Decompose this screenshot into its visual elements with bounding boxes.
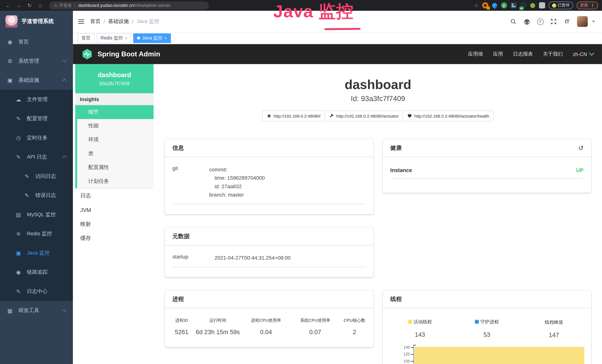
sidebar-item-label: 定时任务 (27, 134, 48, 141)
layers-icon: ≋ (15, 231, 22, 237)
info-key: git (172, 165, 209, 199)
sba-menu-jvm[interactable]: JVM (75, 203, 153, 217)
font-size-icon[interactable]: tT (564, 18, 570, 25)
sba-nav-journal[interactable]: 日志报表 (513, 51, 533, 57)
app-title: 芋道管理系统 (22, 18, 54, 25)
search-icon[interactable] (510, 18, 517, 25)
sba-brand[interactable]: Spring Boot Admin (81, 48, 160, 60)
sidebar-item-label: 访问日志 (35, 173, 56, 180)
sidebar-item-log-center[interactable]: ✎ 日志中心 (0, 282, 73, 301)
main-column: 首页 / 基础设施 / Java 监控 ? (73, 11, 602, 364)
app-logo-row[interactable]: 芋道管理系统 (0, 11, 73, 32)
infrastructure-icon: ▣ (7, 77, 13, 83)
extension-green-icon[interactable]: y (501, 2, 507, 8)
sidebar-item-label: Java 监控 (27, 250, 50, 257)
sba-menu-caches[interactable]: 缓存 (75, 231, 153, 246)
sidebar-item-tracing[interactable]: ◉ 链路追踪 (0, 263, 73, 282)
chevron-down-icon (62, 58, 66, 62)
breadcrumb: 首页 / 基础设施 / Java 监控 (90, 18, 159, 25)
sidebar-item-infrastructure[interactable]: ▣ 基础设施 (0, 71, 73, 90)
live-threads-area (414, 347, 584, 364)
sidebar-item-home[interactable]: ◉ 首页 (0, 32, 73, 52)
extension-pin-icon[interactable] (491, 2, 498, 9)
sidebar-item-api-log[interactable]: ✎ API 日志 (0, 147, 73, 167)
breadcrumb-infrastructure[interactable]: 基础设施 (108, 18, 129, 25)
wrench-icon (329, 114, 334, 118)
extension-orange-icon[interactable]: 1 (482, 2, 488, 8)
monitor-icon: ▣ (15, 250, 22, 256)
github-icon[interactable] (523, 18, 530, 25)
sba-menu-config-props[interactable]: 配置属性 (75, 161, 153, 174)
tag-home[interactable]: 首页 (77, 33, 94, 43)
extension-leaf-icon[interactable] (530, 3, 535, 8)
sidebar-item-label: Redis 监控 (27, 230, 52, 237)
sba-language-select[interactable]: zh-CN (573, 51, 593, 57)
sidebar-item-label: 链路追踪 (27, 269, 48, 276)
home-icon (267, 114, 271, 118)
sba-title: Spring Boot Admin (97, 50, 160, 58)
browser-menu-icon[interactable]: ⋮ (591, 3, 595, 8)
hamburger-icon[interactable] (78, 19, 84, 24)
spring-boot-admin: Spring Boot Admin 应用墙 应用 日志报表 关于我们 zh-CN (73, 44, 602, 364)
sba-menu-environment[interactable]: 环境 (75, 133, 153, 147)
address-bar[interactable]: ⚠ 不安全 dashboard.yudao.iocoder.cn/infra/a… (49, 1, 209, 9)
fullscreen-icon[interactable] (550, 18, 557, 25)
close-icon[interactable]: × (125, 36, 127, 40)
sidebar-item-error-log[interactable]: ✎ 错误日志 (0, 186, 73, 205)
browser-home-icon[interactable]: ⌂ (36, 2, 45, 8)
browser-forward-icon[interactable]: → (15, 2, 23, 8)
sidebar-item-redis-monitor[interactable]: ≋ Redis 监控 (0, 224, 73, 244)
metadata-key: startup (172, 254, 215, 262)
sba-menu-classes[interactable]: 类 (75, 147, 153, 161)
annotation-underline (324, 28, 361, 30)
tag-redis-monitor[interactable]: Redis 监控× (97, 33, 131, 43)
paused-chip[interactable]: 已暂停 (548, 1, 573, 9)
avatar-caret-icon[interactable] (592, 21, 595, 22)
close-icon[interactable]: × (164, 36, 167, 40)
update-button[interactable]: 更新⋮ (577, 1, 598, 9)
extensions-puzzle-icon[interactable] (539, 2, 545, 8)
sba-menu-mappings[interactable]: 映射 (75, 217, 153, 231)
sidebar-item-file-manage[interactable]: ☁ 文件管理 (0, 90, 73, 109)
y-tick-100: 100 (403, 359, 410, 363)
sba-nav-about[interactable]: 关于我们 (543, 51, 563, 57)
sba-nav-wallboard[interactable]: 应用墙 (468, 51, 483, 57)
avatar[interactable] (577, 16, 588, 27)
extension-onetab-icon[interactable] (520, 2, 526, 8)
extension-grid-icon[interactable] (510, 2, 516, 8)
sba-menu-insights[interactable]: Insights (75, 93, 153, 105)
tag-java-monitor[interactable]: Java 监控× (133, 33, 171, 43)
metadata-value: 2021-04-27T00:44:31.254+08:00 (215, 254, 291, 262)
info-git-row: git commit: time: 1596289704000 id: 27aa… (172, 165, 366, 204)
browser-reload-icon[interactable]: ↻ (25, 2, 34, 8)
sba-menu-scheduled-tasks[interactable]: 计划任务 (75, 174, 153, 188)
help-icon[interactable]: ? (537, 18, 544, 25)
sidebar-item-system[interactable]: ⚙ 系统管理 (0, 51, 73, 71)
instance-header[interactable]: dashboard 93a3fc7f7409 (75, 64, 153, 93)
sidebar-item-java-monitor[interactable]: ▣ Java 监控 (0, 244, 73, 263)
sidebar-item-mysql-monitor[interactable]: ▤ MySQL 监控 (0, 205, 73, 224)
process-stats: 进程ID 5261 运行时间 6d 23h 15m 59s 进程CPU使用率 (165, 308, 373, 347)
breadcrumb-home[interactable]: 首页 (90, 18, 101, 25)
sidebar-item-config-manage[interactable]: ✎ 配置管理 (0, 109, 73, 128)
sba-nav-applications[interactable]: 应用 (493, 51, 503, 57)
sba-menu-metrics[interactable]: 性能 (75, 119, 153, 133)
process-card-title: 进程 (165, 290, 373, 308)
y-axis (413, 345, 414, 364)
sidebar-item-access-log[interactable]: ✎ 访问日志 (0, 167, 73, 186)
sba-menu-logs[interactable]: 日志 (75, 189, 153, 203)
sidebar-item-dev-tools[interactable]: ▦ 研发工具 (0, 301, 73, 320)
sba-menu-details[interactable]: 细节 (75, 105, 153, 119)
actuator-url-button[interactable]: http://192.168.0.2:48080/actuator (325, 110, 403, 121)
url-domain: dashboard.yudao.iocoder.cn (78, 3, 134, 8)
y-tick-120: 120 (403, 352, 410, 356)
sidebar-item-scheduled-job[interactable]: ◷ 定时任务 (0, 128, 73, 148)
y-tick-140: 140 (403, 345, 410, 349)
browser-back-icon[interactable]: ← (4, 2, 12, 8)
bookmark-star-icon[interactable]: ☆ (474, 2, 479, 8)
breadcrumb-current: Java 监控 (137, 18, 159, 25)
dashboard-icon: ◉ (7, 39, 13, 45)
history-icon[interactable]: ↺ (579, 144, 584, 151)
service-url-button[interactable]: http://192.168.0.2:48080/ (262, 110, 325, 121)
health-url-button[interactable]: http://192.168.0.2:48080/actuator/health (403, 110, 494, 121)
